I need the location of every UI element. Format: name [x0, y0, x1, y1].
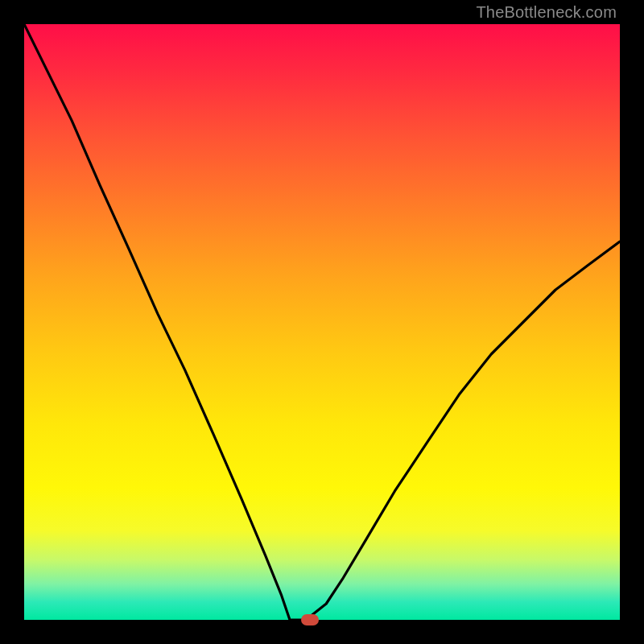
chart-stage: TheBottleneck.com	[0, 0, 644, 644]
curve-path	[24, 24, 620, 620]
bottleneck-curve	[24, 24, 620, 620]
watermark-text: TheBottleneck.com	[476, 3, 617, 22]
plot-area	[24, 24, 620, 620]
optimal-point-marker	[301, 614, 319, 625]
